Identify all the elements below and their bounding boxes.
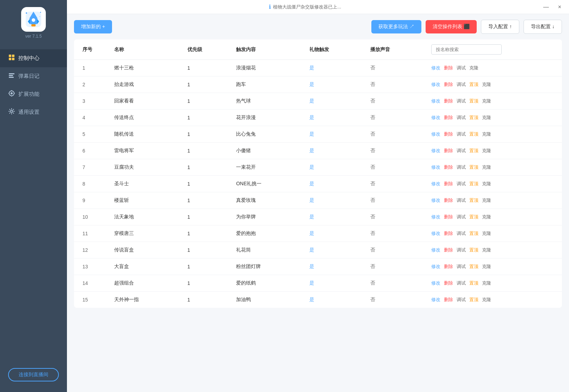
top-button[interactable]: 置顶 [469,247,478,253]
top-button[interactable]: 置顶 [469,197,478,204]
sidebar-item-extend[interactable]: 扩展功能 [0,85,67,103]
debug-button[interactable]: 调试 [457,214,466,220]
top-button[interactable]: 置顶 [469,81,478,88]
clone-button[interactable]: 克隆 [482,131,491,137]
debug-button[interactable]: 调试 [457,131,466,137]
clone-button[interactable]: 克隆 [469,65,478,71]
debug-button[interactable]: 调试 [457,65,466,71]
gift-yes[interactable]: 是 [309,65,314,70]
sidebar-item-control[interactable]: 控制中心 [0,49,67,67]
top-button[interactable]: 置顶 [469,114,478,121]
delete-button[interactable]: 删除 [444,148,453,154]
get-more-button[interactable]: 获取更多玩法 ↗ [371,20,421,33]
top-button[interactable]: 置顶 [469,280,478,286]
delete-button[interactable]: 删除 [444,230,453,237]
top-button[interactable]: 置顶 [469,148,478,154]
modify-button[interactable]: 修改 [431,197,440,204]
export-button[interactable]: 导出配置 ↓ [524,20,562,34]
search-input[interactable] [431,44,502,55]
gift-yes[interactable]: 是 [309,131,314,137]
modify-button[interactable]: 修改 [431,98,440,104]
clone-button[interactable]: 克隆 [482,214,491,220]
delete-button[interactable]: 删除 [444,98,453,104]
delete-button[interactable]: 删除 [444,280,453,286]
modify-button[interactable]: 修改 [431,230,440,237]
debug-button[interactable]: 调试 [457,197,466,204]
clone-button[interactable]: 克隆 [482,164,491,170]
delete-button[interactable]: 删除 [444,114,453,121]
modify-button[interactable]: 修改 [431,131,440,137]
gift-yes[interactable]: 是 [309,214,314,219]
gift-yes[interactable]: 是 [309,230,314,236]
modify-button[interactable]: 修改 [431,247,440,253]
debug-button[interactable]: 调试 [457,280,466,286]
gift-yes[interactable]: 是 [309,114,314,120]
gift-yes[interactable]: 是 [309,297,314,302]
debug-button[interactable]: 调试 [457,164,466,170]
top-button[interactable]: 置顶 [469,263,478,270]
minimize-button[interactable]: — [541,3,551,11]
debug-button[interactable]: 调试 [457,181,466,187]
delete-button[interactable]: 删除 [444,164,453,170]
debug-button[interactable]: 调试 [457,148,466,154]
sidebar-item-settings[interactable]: 通用设置 [0,103,67,121]
top-button[interactable]: 置顶 [469,214,478,220]
modify-button[interactable]: 修改 [431,65,440,71]
debug-button[interactable]: 调试 [457,263,466,270]
debug-button[interactable]: 调试 [457,230,466,237]
delete-button[interactable]: 删除 [444,81,453,88]
clone-button[interactable]: 克隆 [482,81,491,88]
top-button[interactable]: 置顶 [469,297,478,303]
delete-button[interactable]: 删除 [444,181,453,187]
sidebar-item-danmu[interactable]: 弹幕日记 [0,67,67,85]
top-button[interactable]: 置顶 [469,98,478,104]
import-button[interactable]: 导入配置 ↑ [481,20,519,34]
modify-button[interactable]: 修改 [431,164,440,170]
modify-button[interactable]: 修改 [431,214,440,220]
gift-yes[interactable]: 是 [309,280,314,286]
debug-button[interactable]: 调试 [457,81,466,88]
top-button[interactable]: 置顶 [469,181,478,187]
modify-button[interactable]: 修改 [431,263,440,270]
close-button[interactable]: × [556,3,563,11]
top-button[interactable]: 置顶 [469,230,478,237]
delete-button[interactable]: 删除 [444,263,453,270]
modify-button[interactable]: 修改 [431,181,440,187]
modify-button[interactable]: 修改 [431,280,440,286]
clone-button[interactable]: 克隆 [482,263,491,270]
delete-button[interactable]: 删除 [444,65,453,71]
debug-button[interactable]: 调试 [457,297,466,303]
clone-button[interactable]: 克隆 [482,297,491,303]
clone-button[interactable]: 克隆 [482,181,491,187]
top-button[interactable]: 置顶 [469,131,478,137]
add-button[interactable]: 增加新的 + [74,20,112,33]
debug-button[interactable]: 调试 [457,98,466,104]
clone-button[interactable]: 克隆 [482,247,491,253]
modify-button[interactable]: 修改 [431,148,440,154]
modify-button[interactable]: 修改 [431,297,440,303]
delete-button[interactable]: 删除 [444,131,453,137]
clone-button[interactable]: 克隆 [482,197,491,204]
delete-button[interactable]: 删除 [444,214,453,220]
modify-button[interactable]: 修改 [431,114,440,121]
connect-button[interactable]: 连接到直播间 [8,368,59,381]
debug-button[interactable]: 调试 [457,247,466,253]
gift-yes[interactable]: 是 [309,181,314,186]
gift-yes[interactable]: 是 [309,148,314,153]
delete-button[interactable]: 删除 [444,297,453,303]
clone-button[interactable]: 克隆 [482,230,491,237]
gift-yes[interactable]: 是 [309,98,314,104]
clone-button[interactable]: 克隆 [482,98,491,104]
gift-yes[interactable]: 是 [309,197,314,203]
clear-button[interactable]: 清空操作列表 ⬛ [426,20,477,33]
debug-button[interactable]: 调试 [457,114,466,121]
clone-button[interactable]: 克隆 [482,114,491,121]
gift-yes[interactable]: 是 [309,81,314,87]
gift-yes[interactable]: 是 [309,164,314,170]
clone-button[interactable]: 克隆 [482,280,491,286]
delete-button[interactable]: 删除 [444,247,453,253]
modify-button[interactable]: 修改 [431,81,440,88]
delete-button[interactable]: 删除 [444,197,453,204]
top-button[interactable]: 置顶 [469,164,478,170]
gift-yes[interactable]: 是 [309,247,314,253]
